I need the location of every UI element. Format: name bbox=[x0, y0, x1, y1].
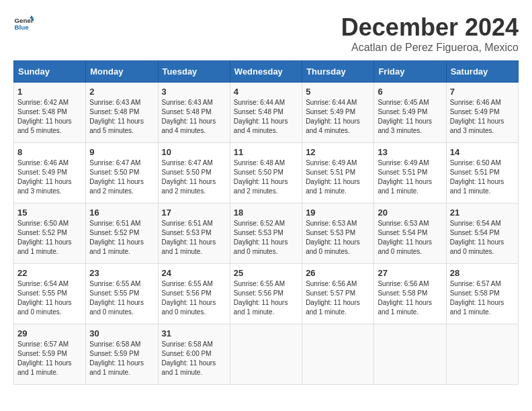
calendar-cell: 29Sunrise: 6:57 AM Sunset: 5:59 PM Dayli… bbox=[14, 324, 86, 385]
calendar-cell: 17Sunrise: 6:51 AM Sunset: 5:53 PM Dayli… bbox=[158, 203, 230, 264]
day-info: Sunrise: 6:57 AM Sunset: 5:58 PM Dayligh… bbox=[450, 279, 515, 317]
day-info: Sunrise: 6:50 AM Sunset: 5:52 PM Dayligh… bbox=[17, 219, 82, 257]
day-number: 22 bbox=[17, 268, 82, 278]
day-number: 11 bbox=[234, 147, 298, 157]
logo-icon: General Blue bbox=[13, 13, 34, 34]
day-info: Sunrise: 6:55 AM Sunset: 5:56 PM Dayligh… bbox=[234, 279, 298, 317]
day-number: 25 bbox=[234, 268, 298, 278]
calendar-cell: 4Sunrise: 6:44 AM Sunset: 5:48 PM Daylig… bbox=[230, 83, 302, 143]
calendar-week-5: 29Sunrise: 6:57 AM Sunset: 5:59 PM Dayli… bbox=[14, 324, 519, 385]
calendar-cell: 24Sunrise: 6:55 AM Sunset: 5:56 PM Dayli… bbox=[158, 264, 230, 324]
calendar-cell: 21Sunrise: 6:54 AM Sunset: 5:54 PM Dayli… bbox=[446, 203, 518, 264]
day-info: Sunrise: 6:58 AM Sunset: 5:59 PM Dayligh… bbox=[89, 340, 154, 377]
calendar-week-2: 8Sunrise: 6:46 AM Sunset: 5:49 PM Daylig… bbox=[14, 143, 519, 203]
calendar-cell: 30Sunrise: 6:58 AM Sunset: 5:59 PM Dayli… bbox=[86, 324, 158, 385]
calendar-cell: 3Sunrise: 6:43 AM Sunset: 5:48 PM Daylig… bbox=[158, 83, 230, 143]
calendar-cell: 13Sunrise: 6:49 AM Sunset: 5:51 PM Dayli… bbox=[374, 143, 446, 203]
calendar-cell: 31Sunrise: 6:58 AM Sunset: 6:00 PM Dayli… bbox=[158, 324, 230, 385]
calendar-cell bbox=[302, 324, 374, 385]
day-number: 31 bbox=[162, 328, 226, 338]
day-number: 20 bbox=[378, 208, 442, 218]
day-info: Sunrise: 6:55 AM Sunset: 5:56 PM Dayligh… bbox=[162, 279, 226, 317]
calendar-cell bbox=[446, 324, 518, 385]
day-info: Sunrise: 6:45 AM Sunset: 5:49 PM Dayligh… bbox=[378, 98, 442, 136]
day-info: Sunrise: 6:55 AM Sunset: 5:55 PM Dayligh… bbox=[89, 279, 154, 317]
day-number: 12 bbox=[306, 147, 370, 157]
logo: General Blue bbox=[13, 13, 34, 34]
calendar-cell bbox=[374, 324, 446, 385]
calendar-cell: 14Sunrise: 6:50 AM Sunset: 5:51 PM Dayli… bbox=[446, 143, 518, 203]
day-info: Sunrise: 6:56 AM Sunset: 5:57 PM Dayligh… bbox=[306, 279, 370, 317]
calendar-cell: 16Sunrise: 6:51 AM Sunset: 5:52 PM Dayli… bbox=[86, 203, 158, 264]
calendar-week-4: 22Sunrise: 6:54 AM Sunset: 5:55 PM Dayli… bbox=[14, 264, 519, 324]
day-number: 8 bbox=[17, 147, 82, 157]
day-info: Sunrise: 6:56 AM Sunset: 5:58 PM Dayligh… bbox=[378, 279, 442, 317]
day-info: Sunrise: 6:51 AM Sunset: 5:53 PM Dayligh… bbox=[162, 219, 226, 257]
day-info: Sunrise: 6:57 AM Sunset: 5:59 PM Dayligh… bbox=[17, 340, 82, 377]
day-info: Sunrise: 6:53 AM Sunset: 5:54 PM Dayligh… bbox=[378, 219, 442, 257]
calendar-cell: 25Sunrise: 6:55 AM Sunset: 5:56 PM Dayli… bbox=[230, 264, 302, 324]
day-info: Sunrise: 6:54 AM Sunset: 5:55 PM Dayligh… bbox=[17, 279, 82, 317]
day-number: 14 bbox=[450, 147, 515, 157]
day-info: Sunrise: 6:49 AM Sunset: 5:51 PM Dayligh… bbox=[378, 158, 442, 196]
calendar-cell: 2Sunrise: 6:43 AM Sunset: 5:48 PM Daylig… bbox=[86, 83, 158, 143]
day-number: 29 bbox=[17, 328, 82, 338]
calendar-cell: 7Sunrise: 6:46 AM Sunset: 5:49 PM Daylig… bbox=[446, 83, 518, 143]
day-number: 4 bbox=[234, 87, 298, 97]
calendar-cell: 27Sunrise: 6:56 AM Sunset: 5:58 PM Dayli… bbox=[374, 264, 446, 324]
day-number: 26 bbox=[306, 268, 370, 278]
calendar-cell: 28Sunrise: 6:57 AM Sunset: 5:58 PM Dayli… bbox=[446, 264, 518, 324]
day-info: Sunrise: 6:58 AM Sunset: 6:00 PM Dayligh… bbox=[162, 340, 226, 377]
col-header-friday: Friday bbox=[374, 61, 446, 83]
title-block: December 2024 Acatlan de Perez Figueroa,… bbox=[341, 13, 519, 54]
day-number: 10 bbox=[162, 147, 226, 157]
day-number: 13 bbox=[378, 147, 442, 157]
calendar-week-3: 15Sunrise: 6:50 AM Sunset: 5:52 PM Dayli… bbox=[14, 203, 519, 264]
calendar-cell: 15Sunrise: 6:50 AM Sunset: 5:52 PM Dayli… bbox=[14, 203, 86, 264]
day-info: Sunrise: 6:53 AM Sunset: 5:53 PM Dayligh… bbox=[306, 219, 370, 257]
col-header-tuesday: Tuesday bbox=[158, 61, 230, 83]
day-number: 28 bbox=[450, 268, 515, 278]
calendar-cell: 1Sunrise: 6:42 AM Sunset: 5:48 PM Daylig… bbox=[14, 83, 86, 143]
day-number: 15 bbox=[17, 208, 82, 218]
day-number: 3 bbox=[162, 87, 226, 97]
day-info: Sunrise: 6:54 AM Sunset: 5:54 PM Dayligh… bbox=[450, 219, 515, 257]
col-header-sunday: Sunday bbox=[14, 61, 86, 83]
day-info: Sunrise: 6:47 AM Sunset: 5:50 PM Dayligh… bbox=[162, 158, 226, 196]
day-number: 19 bbox=[306, 208, 370, 218]
calendar-cell: 6Sunrise: 6:45 AM Sunset: 5:49 PM Daylig… bbox=[374, 83, 446, 143]
day-info: Sunrise: 6:43 AM Sunset: 5:48 PM Dayligh… bbox=[89, 98, 154, 136]
col-header-monday: Monday bbox=[86, 61, 158, 83]
calendar-cell: 18Sunrise: 6:52 AM Sunset: 5:53 PM Dayli… bbox=[230, 203, 302, 264]
calendar-cell: 19Sunrise: 6:53 AM Sunset: 5:53 PM Dayli… bbox=[302, 203, 374, 264]
day-number: 18 bbox=[234, 208, 298, 218]
calendar-table: SundayMondayTuesdayWednesdayThursdayFrid… bbox=[13, 60, 519, 385]
day-number: 5 bbox=[306, 87, 370, 97]
day-number: 21 bbox=[450, 208, 515, 218]
day-info: Sunrise: 6:44 AM Sunset: 5:48 PM Dayligh… bbox=[234, 98, 298, 136]
calendar-header: SundayMondayTuesdayWednesdayThursdayFrid… bbox=[14, 61, 519, 83]
calendar-cell bbox=[230, 324, 302, 385]
calendar-cell: 9Sunrise: 6:47 AM Sunset: 5:50 PM Daylig… bbox=[86, 143, 158, 203]
calendar-cell: 23Sunrise: 6:55 AM Sunset: 5:55 PM Dayli… bbox=[86, 264, 158, 324]
day-number: 7 bbox=[450, 87, 515, 97]
calendar-week-1: 1Sunrise: 6:42 AM Sunset: 5:48 PM Daylig… bbox=[14, 83, 519, 143]
col-header-wednesday: Wednesday bbox=[230, 61, 302, 83]
day-info: Sunrise: 6:44 AM Sunset: 5:49 PM Dayligh… bbox=[306, 98, 370, 136]
page-header: General Blue December 2024 Acatlan de Pe… bbox=[13, 13, 519, 54]
month-title: December 2024 bbox=[341, 13, 519, 42]
calendar-cell: 5Sunrise: 6:44 AM Sunset: 5:49 PM Daylig… bbox=[302, 83, 374, 143]
day-info: Sunrise: 6:46 AM Sunset: 5:49 PM Dayligh… bbox=[17, 158, 82, 196]
day-number: 24 bbox=[162, 268, 226, 278]
day-number: 16 bbox=[89, 208, 154, 218]
day-number: 23 bbox=[89, 268, 154, 278]
day-info: Sunrise: 6:42 AM Sunset: 5:48 PM Dayligh… bbox=[17, 98, 82, 136]
col-header-saturday: Saturday bbox=[446, 61, 518, 83]
day-number: 17 bbox=[162, 208, 226, 218]
calendar-cell: 22Sunrise: 6:54 AM Sunset: 5:55 PM Dayli… bbox=[14, 264, 86, 324]
calendar-cell: 8Sunrise: 6:46 AM Sunset: 5:49 PM Daylig… bbox=[14, 143, 86, 203]
day-number: 6 bbox=[378, 87, 442, 97]
calendar-cell: 11Sunrise: 6:48 AM Sunset: 5:50 PM Dayli… bbox=[230, 143, 302, 203]
calendar-cell: 12Sunrise: 6:49 AM Sunset: 5:51 PM Dayli… bbox=[302, 143, 374, 203]
day-info: Sunrise: 6:51 AM Sunset: 5:52 PM Dayligh… bbox=[89, 219, 154, 257]
